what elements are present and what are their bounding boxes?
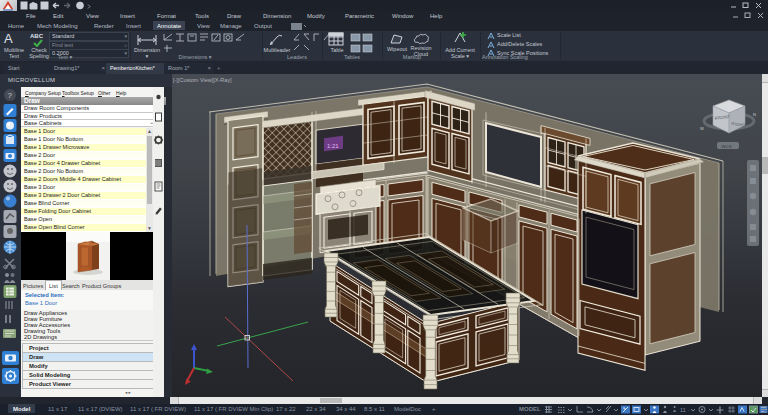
svg-text:[-][Custom View][X-Ray]: [-][Custom View][X-Ray] bbox=[173, 77, 232, 83]
svg-text:N: N bbox=[753, 112, 756, 117]
svg-text:?: ? bbox=[8, 91, 13, 100]
svg-text:1:21: 1:21 bbox=[327, 143, 339, 149]
svg-text:11 ·: 11 · bbox=[680, 407, 689, 413]
svg-text:W: W bbox=[700, 126, 704, 131]
svg-text:WCS: WCS bbox=[722, 144, 732, 149]
